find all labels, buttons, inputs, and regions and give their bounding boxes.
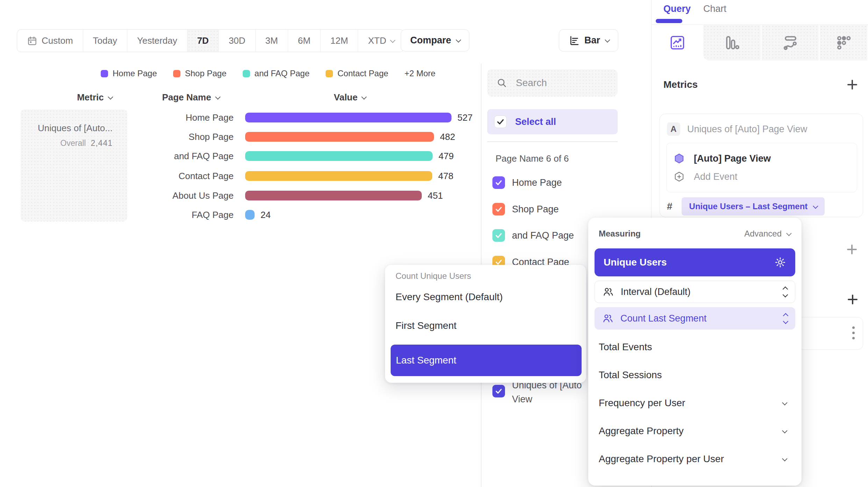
measure-frequency-per-user[interactable]: Frequency per User (599, 397, 791, 409)
date-range-group: Custom Today Yesterday 7D 30D 3M 6M 12M … (17, 29, 404, 52)
add-event-row[interactable]: Add Event (667, 168, 857, 186)
column-header-metric[interactable]: Metric (42, 92, 147, 103)
interval-default-row[interactable]: Interval (Default) (595, 281, 795, 303)
event-row[interactable]: [Auto] Page View (667, 149, 857, 168)
table-row: Contact Page 478 (0, 171, 453, 181)
option-last-segment-selected[interactable]: Last Segment (391, 345, 582, 376)
tab-query[interactable]: Query (663, 3, 691, 14)
chevron-down-icon (390, 37, 396, 43)
option-first-segment[interactable]: First Segment (396, 320, 456, 331)
kebab-menu-icon[interactable] (852, 326, 855, 339)
date-range-3m[interactable]: 3M (256, 30, 288, 52)
legend-item[interactable]: Shop Page (173, 69, 227, 78)
hexagon-event-icon (674, 153, 685, 164)
insights-chart-icon (669, 34, 686, 51)
bar-and-faq-page[interactable] (245, 151, 433, 161)
checkbox-checked[interactable] (492, 385, 505, 397)
measure-aggregate-property-per-user[interactable]: Aggregate Property per User (599, 453, 791, 465)
bar-value: 451 (428, 190, 443, 201)
bar-contact-page[interactable] (245, 171, 432, 181)
compare-button[interactable]: Compare (401, 29, 469, 51)
select-all-checkbox[interactable] (494, 115, 507, 128)
calendar-icon (27, 36, 37, 46)
checkbox-checked[interactable] (492, 229, 505, 242)
legend-item[interactable]: Home Page (101, 69, 157, 78)
column-header-page-name[interactable]: Page Name (140, 92, 241, 103)
measure-total-sessions[interactable]: Total Sessions (599, 369, 791, 381)
chart-type-dropdown[interactable]: Bar (559, 29, 618, 51)
divider (487, 141, 618, 142)
gear-icon[interactable] (774, 256, 786, 268)
legend-item[interactable]: and FAQ Page (243, 69, 310, 78)
table-row: About Us Page 451 (0, 191, 443, 200)
date-range-12m[interactable]: 12M (321, 30, 358, 52)
tab-chart[interactable]: Chart (703, 3, 726, 14)
advanced-toggle[interactable]: Advanced (744, 229, 790, 239)
date-range-today[interactable]: Today (83, 30, 127, 52)
report-tab-retention[interactable] (819, 25, 867, 61)
event-card: [Auto] Page View Add Event (666, 143, 857, 192)
metric-letter-badge: A (667, 122, 680, 136)
report-tab-funnels[interactable] (703, 25, 761, 61)
bar-faq-page[interactable] (245, 210, 255, 220)
date-range-30d[interactable]: 30D (219, 30, 256, 52)
filter-item-shop-page[interactable]: Shop Page (492, 203, 559, 216)
filter-item-home-page[interactable]: Home Page (492, 176, 562, 189)
chevron-down-icon (456, 37, 461, 43)
bar-value: 24 (261, 210, 271, 220)
count-unique-users-popup: Count Unique Users Every Segment (Defaul… (385, 265, 586, 383)
measure-total-events[interactable]: Total Events (599, 341, 791, 353)
people-icon (602, 313, 613, 324)
filter-item-uniques-label: View (512, 394, 532, 405)
date-range-yesterday[interactable]: Yesterday (127, 30, 187, 52)
stepper-icon[interactable] (784, 314, 788, 323)
metric-cell[interactable]: Uniques of [Auto... Overall2,441 (21, 110, 127, 221)
stepper-icon[interactable] (783, 287, 787, 297)
search-box[interactable] (487, 69, 618, 97)
table-row: and FAQ Page 479 (0, 151, 454, 161)
measurement-pill[interactable]: Unique Users – Last Segment (682, 197, 825, 216)
select-all-row[interactable]: Select all (487, 109, 618, 134)
measure-aggregate-property[interactable]: Aggregate Property (599, 425, 791, 437)
report-tab-insights[interactable] (652, 25, 703, 61)
bar-about-us-page[interactable] (245, 191, 422, 200)
legend-swatch (101, 70, 108, 77)
table-row: Shop Page 482 (0, 132, 455, 142)
date-range-6m[interactable]: 6M (288, 30, 321, 52)
checkbox-checked[interactable] (492, 203, 505, 216)
filter-item-and-faq-page[interactable]: and FAQ Page (492, 229, 574, 242)
checkbox-checked[interactable] (492, 176, 505, 189)
date-range-custom[interactable]: Custom (17, 30, 83, 52)
filter-item-uniques-metric[interactable] (492, 385, 505, 397)
add-metric-icon[interactable] (847, 79, 858, 90)
chevron-down-icon (782, 456, 788, 461)
add-breakdown-icon[interactable] (847, 294, 858, 305)
search-input[interactable] (515, 77, 600, 89)
report-type-strip (652, 25, 868, 61)
chevron-down-icon (605, 37, 610, 43)
add-filter-icon[interactable] (846, 244, 858, 255)
legend-more[interactable]: +2 More (404, 69, 435, 78)
legend-item[interactable]: Contact Page (326, 69, 388, 78)
number-format-icon: # (667, 201, 673, 212)
funnels-bars-icon (724, 34, 740, 51)
bar-value: 527 (457, 112, 472, 123)
popup-title: Measuring (599, 229, 641, 239)
chevron-down-icon (782, 428, 788, 433)
bar-value: 478 (438, 171, 453, 182)
column-header-value[interactable]: Value (301, 92, 399, 103)
date-range-7d[interactable]: 7D (187, 30, 219, 52)
date-range-xtd[interactable]: XTD (358, 30, 404, 52)
metric-card[interactable]: A Uniques of [Auto] Page View [Auto] Pag… (660, 114, 863, 217)
table-row: Home Page 527 (0, 113, 472, 122)
bar-home-page[interactable] (245, 113, 451, 122)
report-tab-flows[interactable] (761, 25, 819, 61)
metric-card-title: Uniques of [Auto] Page View (687, 124, 807, 135)
flows-icon (782, 34, 799, 51)
count-last-segment-row[interactable]: Count Last Segment (595, 307, 795, 330)
bar-shop-page[interactable] (245, 132, 434, 142)
chart-legend: Home Page Shop Page and FAQ Page Contact… (101, 69, 435, 78)
measure-unique-users-selected[interactable]: Unique Users (595, 248, 795, 276)
option-every-segment[interactable]: Every Segment (Default) (396, 291, 503, 303)
date-range-custom-label: Custom (42, 35, 73, 46)
